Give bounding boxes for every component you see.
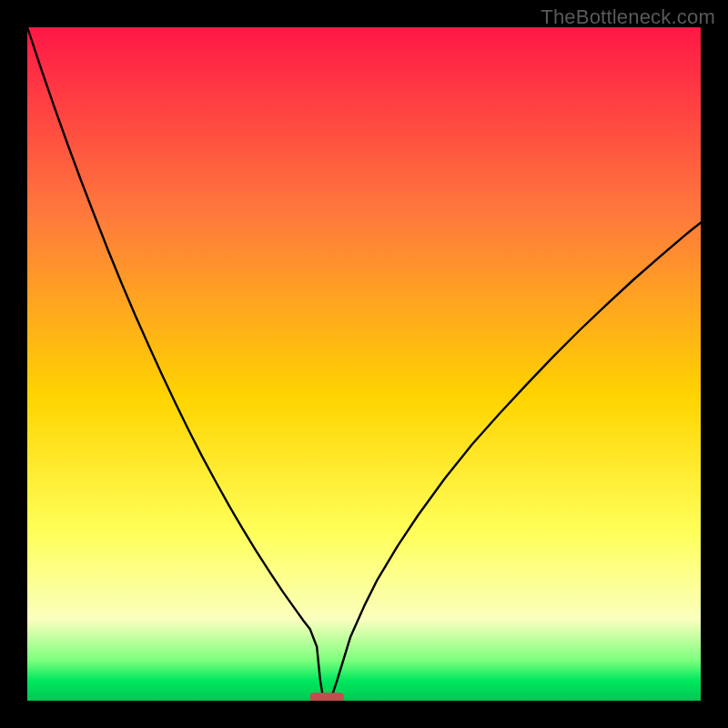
gradient-background [27,27,701,701]
chart-frame: TheBottleneck.com [0,0,728,728]
watermark-text: TheBottleneck.com [541,5,715,29]
minimum-marker [310,693,344,701]
chart-plot [27,27,701,701]
